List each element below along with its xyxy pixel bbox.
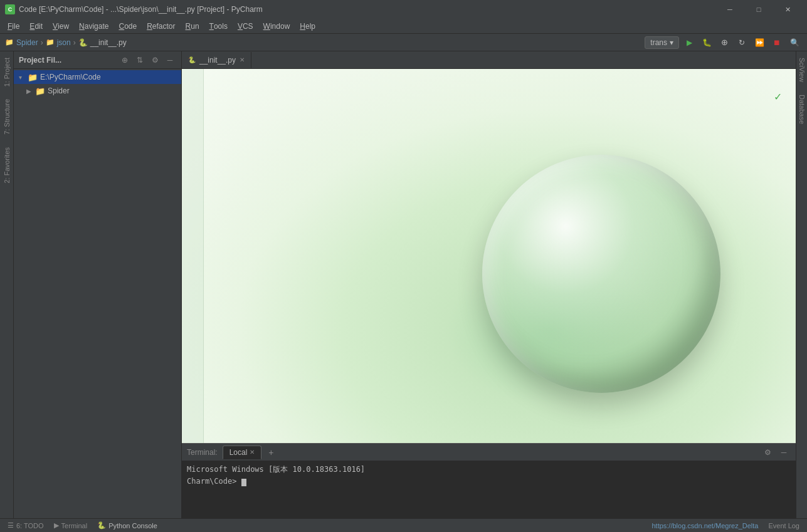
todo-icon: ☰: [8, 521, 14, 529]
menu-window[interactable]: Window: [258, 19, 295, 33]
title-text: Code [E:\PyCharm\Code] - ...\Spider\json…: [19, 5, 263, 14]
tree-item-root[interactable]: ▾ 📁 E:\PyCharm\Code: [14, 70, 181, 84]
tab-file-icon: 🐍: [188, 56, 196, 63]
profile-button[interactable]: ⏩: [752, 36, 767, 50]
far-left-panel: 1: Project 7: Structure 2: Favorites: [0, 51, 14, 518]
title-bar: C Code [E:\PyCharm\Code] - ...\Spider\js…: [0, 0, 807, 19]
run-button[interactable]: ▶: [682, 36, 697, 50]
breadcrumb-spider[interactable]: Spider: [16, 38, 38, 47]
tree-arrow-spider: ▶: [26, 88, 33, 95]
python-console-label: Python Console: [108, 522, 157, 529]
nav-bar: 📁 Spider › 📁 json › 🐍 __init__.py trans …: [0, 34, 807, 51]
terminal-area: Terminal: Local ✕ + ⚙ ─ Microsoft Window…: [182, 443, 796, 518]
project-tree: ▾ 📁 E:\PyCharm\Code ▶ 📁 Spider: [14, 69, 181, 518]
status-terminal[interactable]: ▶ Terminal: [51, 519, 90, 532]
breadcrumb: 📁 Spider › 📁 json › 🐍 __init__.py: [5, 38, 127, 47]
terminal-cursor: [241, 479, 246, 486]
terminal-tab-local[interactable]: Local ✕: [223, 446, 262, 459]
terminal-add-button[interactable]: +: [264, 446, 278, 459]
far-right-panel: SciView Database: [796, 51, 807, 518]
menu-view[interactable]: View: [48, 19, 74, 33]
status-event-log[interactable]: Event Log: [766, 519, 802, 532]
terminal-status-icon: ▶: [54, 521, 59, 529]
menu-edit[interactable]: Edit: [24, 19, 48, 33]
editor-tab-init[interactable]: 🐍 __init__.py ✕: [182, 52, 251, 68]
terminal-prompt-line: Charm\Code>: [187, 476, 791, 488]
python-console-icon: 🐍: [97, 521, 106, 529]
tab-close-button[interactable]: ✕: [240, 56, 245, 63]
minimize-button[interactable]: ─: [715, 0, 744, 19]
terminal-tab-local-label: Local: [229, 448, 248, 457]
tree-arrow-root: ▾: [19, 74, 25, 81]
coverage-button[interactable]: ⊕: [717, 36, 732, 50]
menu-code[interactable]: Code: [113, 19, 142, 33]
add-file-button[interactable]: ⊕: [119, 54, 131, 66]
root-label: E:\PyCharm\Code: [40, 73, 101, 81]
menu-bar: File Edit View Navigate Code Refactor Ru…: [0, 19, 807, 34]
sidebar-item-database[interactable]: Database: [797, 88, 807, 130]
line-gutter: [182, 69, 204, 443]
todo-label: 6: TODO: [16, 522, 44, 529]
terminal-right-buttons: ⚙ ─: [761, 446, 791, 459]
menu-refactor[interactable]: Refactor: [142, 19, 180, 33]
status-link-text: https://blog.csdn.net/Megrez_Delta: [651, 522, 758, 529]
stop-button[interactable]: ⏹: [769, 36, 784, 50]
content-area: 1: Project 7: Structure 2: Favorites Pro…: [0, 51, 807, 518]
spider-label: Spider: [48, 86, 70, 95]
debug-button[interactable]: 🐛: [699, 36, 714, 50]
terminal-text-1: Microsoft Windows [版本 10.0.18363.1016]: [187, 465, 365, 474]
search-button[interactable]: 🔍: [787, 36, 802, 50]
terminal-tab-close[interactable]: ✕: [250, 449, 255, 456]
sidebar-item-project[interactable]: 1: Project: [2, 51, 12, 93]
sidebar-item-structure[interactable]: 7: Structure: [2, 93, 12, 141]
menu-run[interactable]: Run: [181, 19, 204, 33]
terminal-line-1: Microsoft Windows [版本 10.0.18363.1016]: [187, 464, 791, 476]
status-todo[interactable]: ☰ 6: TODO: [5, 519, 46, 532]
breadcrumb-file[interactable]: __init__.py: [90, 38, 127, 47]
rerun-button[interactable]: ↻: [734, 36, 749, 50]
window-controls: ─ □ ✕: [715, 0, 802, 19]
tree-item-spider[interactable]: ▶ 📁 Spider: [14, 84, 181, 98]
file-icon: 🐍: [78, 38, 88, 47]
menu-help[interactable]: Help: [295, 19, 320, 33]
status-python-console[interactable]: 🐍 Python Console: [95, 519, 160, 532]
terminal-settings-button[interactable]: ⚙: [761, 446, 774, 459]
run-config-arrow: ▾: [670, 38, 673, 47]
run-config-label: trans: [650, 38, 667, 47]
terminal-content[interactable]: Microsoft Windows [版本 10.0.18363.1016] C…: [182, 461, 796, 518]
spider-folder-icon: 📁: [35, 86, 45, 96]
folder-icon2: 📁: [46, 38, 55, 46]
folder-icon: 📁: [5, 38, 14, 46]
sidebar-item-sciview[interactable]: SciView: [797, 51, 807, 88]
status-link[interactable]: https://blog.csdn.net/Megrez_Delta: [649, 519, 761, 532]
menu-navigate[interactable]: Navigate: [74, 19, 113, 33]
sidebar-item-favorites[interactable]: 2: Favorites: [2, 141, 12, 189]
hide-panel-button[interactable]: ─: [164, 54, 176, 66]
app-icon: C: [5, 4, 15, 14]
close-button[interactable]: ✕: [773, 0, 802, 19]
tab-label: __init__.py: [199, 56, 236, 65]
run-config-selector[interactable]: trans ▾: [645, 36, 679, 49]
sep1: ›: [41, 38, 43, 47]
project-settings-button[interactable]: ⚙: [149, 54, 161, 66]
editor-tabs: 🐍 __init__.py ✕: [182, 51, 796, 69]
menu-file[interactable]: File: [3, 19, 24, 33]
project-panel: Project Fil... ⊕ ⇅ ⚙ ─ ▾ 📁 E:\PyCharm\Co…: [14, 51, 182, 518]
editor-area: 🐍 __init__.py ✕ ✓ Terminal: Loc: [182, 51, 796, 518]
project-panel-header: Project Fil... ⊕ ⇅ ⚙ ─: [14, 51, 181, 69]
sep2: ›: [73, 38, 76, 47]
terminal-label: Terminal:: [187, 448, 218, 457]
terminal-status-label: Terminal: [61, 522, 88, 529]
scroll-to-file-button[interactable]: ⇅: [134, 54, 146, 66]
menu-vcs[interactable]: VCS: [233, 19, 258, 33]
glass-ball-decoration: [482, 155, 720, 393]
breadcrumb-json[interactable]: json: [57, 38, 71, 47]
checkmark-icon: ✓: [774, 91, 782, 103]
terminal-tabs: Terminal: Local ✕ + ⚙ ─: [182, 444, 796, 461]
maximize-button[interactable]: □: [744, 0, 773, 19]
editor-content[interactable]: ✓: [182, 69, 796, 443]
menu-tools[interactable]: Tools: [204, 19, 233, 33]
app-body: 1: Project 7: Structure 2: Favorites Pro…: [0, 51, 807, 532]
event-log-label: Event Log: [768, 522, 799, 529]
terminal-minimize-button[interactable]: ─: [777, 446, 791, 459]
